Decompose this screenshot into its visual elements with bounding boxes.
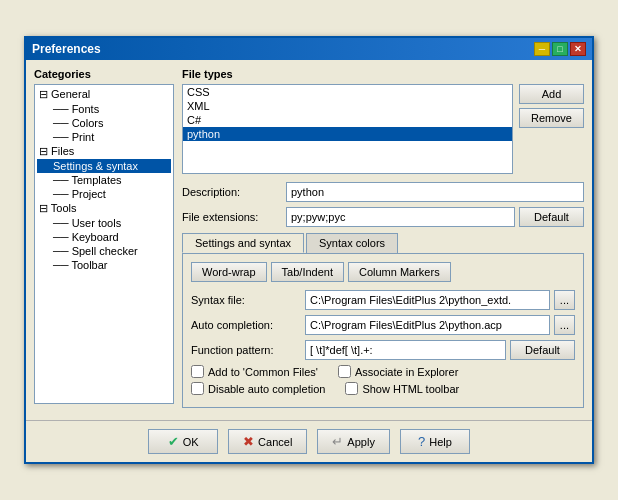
close-button[interactable]: ✕ <box>570 42 586 56</box>
tree-item-fonts[interactable]: ── Fonts <box>37 102 171 116</box>
show-html-toolbar-checkbox[interactable] <box>345 382 358 395</box>
checkbox-row-1: Add to 'Common Files' Associate in Explo… <box>191 365 575 378</box>
file-types-listbox[interactable]: CSS XML C# python <box>182 84 513 174</box>
checkbox-row-2: Disable auto completion Show HTML toolba… <box>191 382 575 395</box>
title-bar: Preferences ─ □ ✕ <box>26 38 592 60</box>
apply-label: Apply <box>347 436 375 448</box>
categories-panel: Categories ⊟ General ── Fonts ── Colors … <box>34 68 174 408</box>
file-types-row: CSS XML C# python Add Remove <box>182 84 584 174</box>
add-button[interactable]: Add <box>519 84 584 104</box>
file-extensions-row: File extensions: Default <box>182 207 584 227</box>
tree-item-settings-syntax[interactable]: Settings & syntax <box>37 159 171 173</box>
function-pattern-input[interactable] <box>305 340 506 360</box>
main-content: Categories ⊟ General ── Fonts ── Colors … <box>26 60 592 416</box>
disable-auto-completion-checkbox-item[interactable]: Disable auto completion <box>191 382 325 395</box>
tree-item-general[interactable]: ⊟ General <box>37 87 171 102</box>
function-pattern-default-button[interactable]: Default <box>510 340 575 360</box>
tree-item-colors[interactable]: ── Colors <box>37 116 171 130</box>
title-bar-buttons: ─ □ ✕ <box>534 42 586 56</box>
cancel-label: Cancel <box>258 436 292 448</box>
help-button[interactable]: ? Help <box>400 429 470 454</box>
tree-item-project[interactable]: ── Project <box>37 187 171 201</box>
tree-item-files[interactable]: ⊟ Files <box>37 144 171 159</box>
auto-completion-input[interactable] <box>305 315 550 335</box>
window-title: Preferences <box>32 42 101 56</box>
apply-button[interactable]: ↵ Apply <box>317 429 390 454</box>
add-common-files-checkbox-item[interactable]: Add to 'Common Files' <box>191 365 318 378</box>
show-html-toolbar-checkbox-item[interactable]: Show HTML toolbar <box>345 382 459 395</box>
column-markers-button[interactable]: Column Markers <box>348 262 451 282</box>
listbox-item-python[interactable]: python <box>183 127 512 141</box>
tree-item-user-tools[interactable]: ── User tools <box>37 216 171 230</box>
cancel-icon: ✖ <box>243 434 254 449</box>
listbox-item-xml[interactable]: XML <box>183 99 512 113</box>
settings-button-row: Word-wrap Tab/Indent Column Markers <box>191 262 575 282</box>
file-types-label: File types <box>182 68 584 80</box>
tree-item-toolbar[interactable]: ── Toolbar <box>37 258 171 272</box>
categories-tree: ⊟ General ── Fonts ── Colors ── Print ⊟ … <box>34 84 174 404</box>
maximize-button[interactable]: □ <box>552 42 568 56</box>
tab-indent-button[interactable]: Tab/Indent <box>271 262 344 282</box>
apply-icon: ↵ <box>332 434 343 449</box>
tree-item-spell-checker[interactable]: ── Spell checker <box>37 244 171 258</box>
file-extensions-default-button[interactable]: Default <box>519 207 584 227</box>
syntax-file-input[interactable] <box>305 290 550 310</box>
tree-item-keyboard[interactable]: ── Keyboard <box>37 230 171 244</box>
remove-button[interactable]: Remove <box>519 108 584 128</box>
tab-bar: Settings and syntax Syntax colors <box>182 233 584 253</box>
tree-item-tools[interactable]: ⊟ Tools <box>37 201 171 216</box>
right-panel: File types CSS XML C# python Add Remove … <box>182 68 584 408</box>
tree-item-templates[interactable]: ── Templates <box>37 173 171 187</box>
minimize-button[interactable]: ─ <box>534 42 550 56</box>
ok-button[interactable]: ✔ OK <box>148 429 218 454</box>
auto-completion-browse-button[interactable]: ... <box>554 315 575 335</box>
cancel-button[interactable]: ✖ Cancel <box>228 429 307 454</box>
tree-item-print[interactable]: ── Print <box>37 130 171 144</box>
bottom-bar: ✔ OK ✖ Cancel ↵ Apply ? Help <box>26 420 592 462</box>
syntax-file-label: Syntax file: <box>191 294 301 306</box>
categories-label: Categories <box>34 68 174 80</box>
file-type-buttons: Add Remove <box>519 84 584 174</box>
disable-auto-completion-label: Disable auto completion <box>208 383 325 395</box>
associate-in-explorer-checkbox-item[interactable]: Associate in Explorer <box>338 365 458 378</box>
ok-icon: ✔ <box>168 434 179 449</box>
description-input[interactable] <box>286 182 584 202</box>
add-common-files-label: Add to 'Common Files' <box>208 366 318 378</box>
function-pattern-label: Function pattern: <box>191 344 301 356</box>
associate-in-explorer-checkbox[interactable] <box>338 365 351 378</box>
add-common-files-checkbox[interactable] <box>191 365 204 378</box>
show-html-toolbar-label: Show HTML toolbar <box>362 383 459 395</box>
disable-auto-completion-checkbox[interactable] <box>191 382 204 395</box>
tab-syntax-colors[interactable]: Syntax colors <box>306 233 398 253</box>
description-row: Description: <box>182 182 584 202</box>
syntax-file-row: Syntax file: ... <box>191 290 575 310</box>
syntax-file-browse-button[interactable]: ... <box>554 290 575 310</box>
tab-content: Word-wrap Tab/Indent Column Markers Synt… <box>182 253 584 408</box>
file-extensions-label: File extensions: <box>182 211 282 223</box>
file-extensions-input[interactable] <box>286 207 515 227</box>
tabs-container: Settings and syntax Syntax colors Word-w… <box>182 233 584 408</box>
listbox-item-csharp[interactable]: C# <box>183 113 512 127</box>
listbox-item-css[interactable]: CSS <box>183 85 512 99</box>
function-pattern-row: Function pattern: Default <box>191 340 575 360</box>
associate-in-explorer-label: Associate in Explorer <box>355 366 458 378</box>
help-label: Help <box>429 436 452 448</box>
help-icon: ? <box>418 434 425 449</box>
ok-label: OK <box>183 436 199 448</box>
description-label: Description: <box>182 186 282 198</box>
tab-settings-and-syntax[interactable]: Settings and syntax <box>182 233 304 253</box>
auto-completion-row: Auto completion: ... <box>191 315 575 335</box>
word-wrap-button[interactable]: Word-wrap <box>191 262 267 282</box>
preferences-dialog: Preferences ─ □ ✕ Categories ⊟ General ─… <box>24 36 594 464</box>
auto-completion-label: Auto completion: <box>191 319 301 331</box>
